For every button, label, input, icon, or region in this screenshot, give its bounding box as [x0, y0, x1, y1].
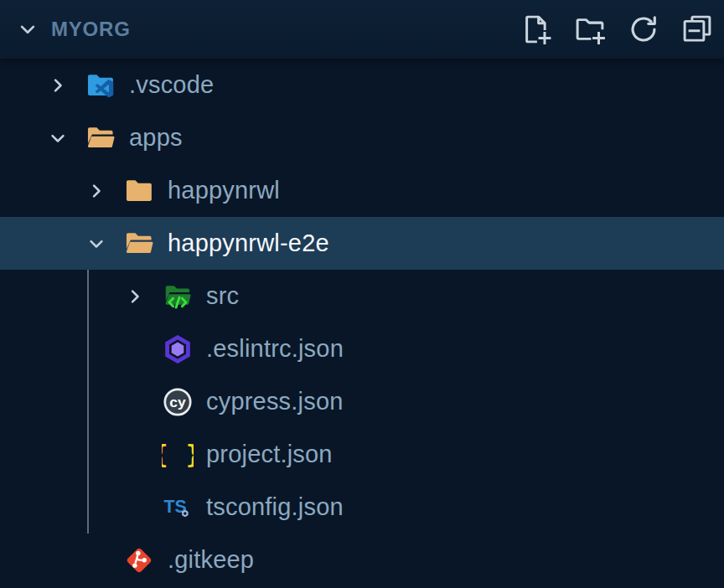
chevron-right-icon [42, 70, 74, 101]
tree-item-label: .eslintrc.json [206, 335, 344, 363]
tree-item-label: happynrwl [168, 177, 280, 204]
src-folder-icon [162, 281, 194, 312]
folder-closed-icon-slot [122, 174, 156, 208]
tree-item-label: apps [129, 124, 183, 152]
folder-open-icon [123, 228, 155, 260]
svg-text:{ }: { } [162, 440, 194, 469]
refresh-button[interactable] [625, 9, 662, 49]
chevron-right-icon [85, 179, 108, 203]
folder-open-icon-slot [122, 227, 156, 260]
tree-item-project-json[interactable]: { } project.json [0, 428, 724, 481]
eslint-icon-slot [161, 333, 194, 366]
refresh-icon [626, 12, 661, 47]
chevron-down-icon [46, 126, 70, 150]
twisty [119, 386, 151, 418]
folder-open-icon-slot [84, 121, 117, 155]
tree-item-label: .gitkeep [168, 546, 254, 574]
tree-item-cypress-json[interactable]: cy cypress.json [0, 375, 724, 428]
svg-text:cy: cy [169, 393, 186, 410]
chevron-right-icon [80, 175, 112, 207]
new-file-icon [519, 12, 554, 47]
tree-item-vscode[interactable]: .vscode [0, 59, 724, 111]
git-icon-slot [122, 544, 156, 577]
tree-item-label: .vscode [129, 71, 214, 99]
section-chevron-icon [15, 17, 40, 42]
cypress-icon: cy [162, 386, 194, 418]
collapse-all-icon [680, 12, 715, 47]
new-file-button[interactable] [518, 9, 555, 49]
tree-item-tsconfig-json[interactable]: TS tsconfig.json [0, 481, 724, 534]
tree-item-label: project.json [206, 441, 333, 468]
file-tree: .vscode apps happynrwl happynrwl-e2e src… [0, 59, 724, 586]
new-folder-icon [572, 12, 608, 47]
json-braces-icon-slot: { } [161, 438, 194, 472]
new-folder-button[interactable] [571, 9, 608, 49]
tree-item-gitkeep[interactable]: .gitkeep [0, 534, 724, 586]
twisty [119, 333, 151, 365]
chevron-right-icon [123, 285, 147, 308]
vscode-folder-icon [85, 70, 116, 101]
chevron-down-icon [85, 232, 108, 255]
section-chevron-down-icon [12, 13, 44, 45]
cypress-icon-slot: cy [161, 385, 194, 419]
tree-item-label: src [206, 282, 239, 310]
chevron-down-icon [42, 122, 74, 154]
chevron-right-icon [119, 281, 151, 312]
tsconfig-icon-slot: TS [161, 491, 194, 524]
tree-item-src[interactable]: src [0, 270, 724, 322]
tsconfig-icon: TS [162, 492, 194, 524]
tree-item-label: cypress.json [206, 388, 344, 415]
tree-item-happynrwl[interactable]: happynrwl [0, 164, 724, 217]
tree-item-label: happynrwl-e2e [168, 230, 329, 257]
eslint-icon [162, 333, 194, 365]
folder-closed-icon [123, 175, 155, 207]
explorer-section-header[interactable]: MYORG [0, 0, 724, 59]
section-title: MYORG [51, 18, 131, 41]
json-braces-icon: { } [162, 439, 194, 471]
tree-item-label: tsconfig.json [206, 493, 344, 521]
twisty [119, 439, 151, 471]
twisty [119, 492, 151, 524]
tree-item-happynrwl-e2e[interactable]: happynrwl-e2e [0, 217, 724, 270]
collapse-all-button[interactable] [679, 9, 716, 49]
section-toolbar [518, 9, 724, 49]
tree-item-apps[interactable]: apps [0, 111, 724, 164]
chevron-right-icon [46, 74, 70, 97]
vscode-folder-icon-slot [84, 69, 117, 102]
chevron-down-icon [80, 228, 112, 260]
folder-open-icon [85, 122, 116, 154]
git-icon [123, 544, 155, 576]
tree-item-eslintrc-json[interactable]: .eslintrc.json [0, 322, 724, 375]
twisty [80, 544, 112, 576]
src-folder-icon-slot [161, 280, 194, 313]
